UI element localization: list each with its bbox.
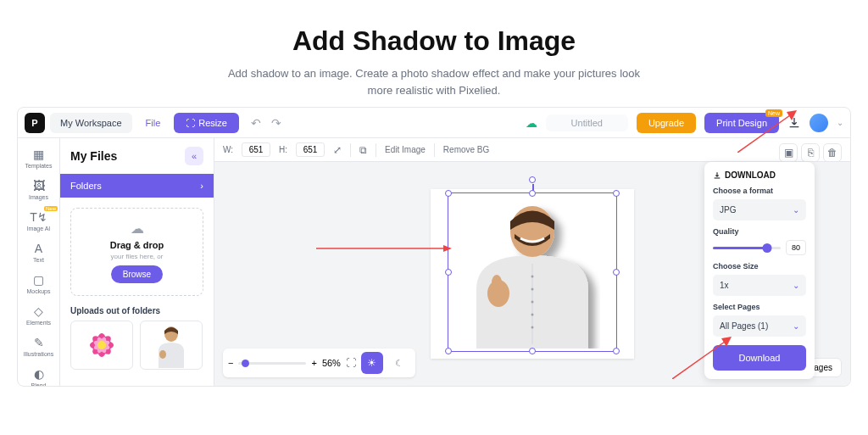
drag-drop-sub: your files here, or [83, 253, 191, 260]
resize-handle[interactable] [445, 269, 452, 276]
page-subtitle: Add shadow to an image. Create a photo s… [222, 65, 646, 98]
upload-thumb-person[interactable] [140, 321, 203, 370]
svg-point-10 [159, 350, 166, 359]
resize-handle[interactable] [529, 348, 536, 354]
resize-icon: ⛶ [186, 118, 195, 128]
folders-bar[interactable]: Folders › [60, 174, 214, 198]
browse-button[interactable]: Browse [111, 265, 163, 283]
format-label: Choose a format [713, 187, 806, 195]
workspace-button[interactable]: My Workspace [50, 113, 132, 133]
download-icon[interactable] [787, 116, 801, 130]
width-label: W: [223, 145, 233, 154]
illustrations-icon: ✎ [32, 336, 46, 349]
context-bar: W: H: ⤢ ⧉ Edit Image Remove BG [214, 138, 850, 162]
edit-image-button[interactable]: Edit Image [385, 145, 426, 154]
elements-icon: ◇ [32, 304, 46, 318]
panel-title: My Files [70, 149, 117, 163]
resize-button[interactable]: ⛶Resize [174, 113, 239, 133]
download-panel: DOWNLOAD Choose a format JPG⌄ Quality Ch… [704, 162, 815, 379]
width-input[interactable] [242, 142, 270, 157]
rail-illustrations[interactable]: ✎Illustrations [18, 332, 59, 361]
app-window: P My Workspace File ⛶Resize ↶ ↷ ☁ Untitl… [17, 107, 851, 387]
resize-handle[interactable] [445, 190, 452, 197]
rail-templates[interactable]: ▦Templates [18, 143, 59, 173]
drag-drop-label: Drag & drop [83, 240, 191, 250]
pages-select[interactable]: All Pages (1)⌄ [713, 315, 806, 337]
images-icon: 🖼 [32, 179, 46, 192]
new-badge: New [44, 206, 58, 211]
quality-label: Quality [713, 227, 806, 236]
copy-icon[interactable]: ⎘ [801, 143, 820, 162]
layers-icon[interactable]: ▣ [779, 143, 798, 162]
quality-slider[interactable] [713, 247, 781, 249]
text-icon: A [32, 242, 46, 255]
upgrade-button[interactable]: Upgrade [637, 113, 696, 133]
redo-icon[interactable]: ↷ [271, 116, 281, 130]
cloud-upload-icon: ☁ [83, 220, 191, 237]
height-input[interactable] [296, 142, 325, 157]
format-select[interactable]: JPG⌄ [713, 199, 806, 220]
artboard[interactable] [431, 189, 634, 359]
remove-bg-button[interactable]: Remove BG [443, 145, 489, 154]
upload-thumb-flower[interactable] [70, 321, 133, 370]
chevron-down-icon: ⌄ [793, 281, 799, 290]
page-title: Add Shadow to Image [0, 25, 868, 57]
print-design-button[interactable]: Print Design New [704, 113, 779, 133]
rail-image-ai[interactable]: NewT↯Image AI [18, 206, 59, 236]
zoom-in-button[interactable]: + [311, 358, 316, 368]
rail-images[interactable]: 🖼Images [18, 175, 59, 204]
file-menu[interactable]: File [137, 113, 170, 133]
quality-input[interactable] [786, 240, 806, 255]
selection-box[interactable] [448, 192, 617, 352]
document-title[interactable]: Untitled [546, 114, 628, 131]
rail-blend[interactable]: ◐Blend [18, 363, 59, 387]
expand-icon[interactable]: ⤢ [333, 144, 342, 156]
rail-mockups[interactable]: ▢Mockups [18, 269, 59, 298]
resize-handle[interactable] [613, 348, 620, 354]
chevron-right-icon: › [200, 181, 203, 191]
side-panel: My Files « Folders › ☁ Drag & drop your … [60, 138, 214, 386]
crop-icon[interactable]: ⧉ [359, 144, 367, 156]
download-button[interactable]: Download [713, 345, 806, 371]
fit-icon[interactable]: ⛶ [346, 357, 356, 369]
collapse-button[interactable]: « [185, 147, 203, 165]
chevron-down-icon: ⌄ [793, 321, 799, 331]
height-label: H: [279, 145, 287, 154]
app-logo[interactable]: P [25, 113, 45, 133]
new-badge: New [765, 109, 782, 117]
zoom-slider[interactable] [238, 362, 306, 365]
trash-icon[interactable]: 🗑 [823, 143, 842, 162]
chevron-down-icon: ⌄ [793, 205, 799, 215]
undo-icon[interactable]: ↶ [251, 116, 261, 130]
zoom-value: 56% [322, 358, 341, 368]
zoom-bar: − + 56% ⛶ ☀ ☾ [223, 349, 415, 377]
resize-handle[interactable] [445, 348, 452, 354]
dark-mode-button[interactable]: ☾ [388, 352, 410, 374]
resize-handle[interactable] [529, 190, 536, 197]
cloud-sync-icon[interactable]: ☁ [526, 116, 537, 130]
resize-handle[interactable] [613, 269, 620, 276]
size-select[interactable]: 1x⌄ [713, 275, 806, 296]
download-icon [713, 171, 721, 180]
topbar: P My Workspace File ⛶Resize ↶ ↷ ☁ Untitl… [18, 108, 850, 138]
templates-icon: ▦ [32, 148, 46, 161]
left-rail: ▦Templates 🖼Images NewT↯Image AI AText ▢… [18, 138, 60, 386]
light-mode-button[interactable]: ☀ [361, 352, 383, 374]
zoom-out-button[interactable]: − [228, 358, 233, 368]
rail-text[interactable]: AText [18, 237, 59, 267]
image-ai-icon: T↯ [32, 210, 46, 224]
user-avatar[interactable] [810, 114, 828, 132]
canvas-area: W: H: ⤢ ⧉ Edit Image Remove BG ▣ ⎘ 🗑 [214, 138, 850, 386]
download-title: DOWNLOAD [725, 170, 776, 180]
mockups-icon: ▢ [32, 273, 46, 287]
rotate-handle[interactable] [529, 176, 536, 183]
drop-zone[interactable]: ☁ Drag & drop your files here, or Browse [70, 208, 203, 296]
pages-label: Select Pages [713, 303, 806, 311]
blend-icon: ◐ [32, 367, 46, 381]
rail-elements[interactable]: ◇Elements [18, 300, 59, 330]
size-label: Choose Size [713, 262, 806, 270]
svg-point-8 [97, 341, 106, 349]
resize-handle[interactable] [613, 190, 620, 197]
chevron-down-icon[interactable]: ⌄ [837, 118, 843, 127]
uploads-label: Uploads out of folders [60, 306, 214, 321]
